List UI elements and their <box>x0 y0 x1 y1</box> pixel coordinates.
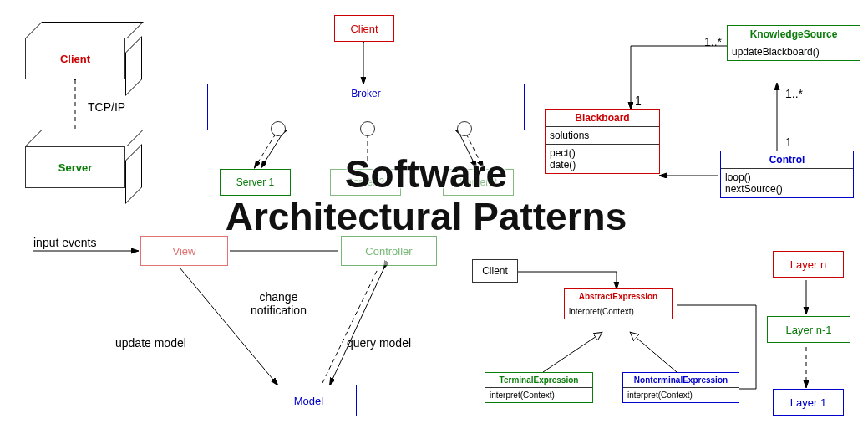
server-cube-top <box>25 130 144 146</box>
nonterminal-expression-method: interpret(Context) <box>623 387 739 402</box>
mult-1d: 1 <box>785 135 792 149</box>
client-box: Client <box>25 38 125 79</box>
main-title: Software Architectural Patterns <box>159 153 693 237</box>
terminal-expression-title: TerminalExpression <box>485 373 592 387</box>
model-label: Model <box>294 395 323 407</box>
blackboard-attr: solutions <box>546 126 659 144</box>
mult-1b: 1 <box>635 94 642 107</box>
client-cube-top <box>25 22 144 38</box>
client-cube-side <box>125 36 142 96</box>
layer-n1-box: Layer n-1 <box>767 316 850 343</box>
server-label: Server <box>58 161 92 174</box>
broker-port-3 <box>457 121 472 136</box>
control-box: Control loop() nextSource() <box>720 151 854 198</box>
svg-line-10 <box>330 268 384 385</box>
view-box: View <box>140 236 228 266</box>
nonterminal-expression-box: NonterminalExpression interpret(Context) <box>622 372 739 403</box>
server-box: Server <box>25 146 125 188</box>
interpreter-client-label: Client <box>482 265 508 277</box>
svg-line-11 <box>322 269 378 383</box>
layer-n-box: Layer n <box>773 251 844 278</box>
interpreter-client-box: Client <box>472 259 518 283</box>
client-label: Client <box>60 53 90 65</box>
server-cube-side <box>125 144 142 204</box>
layer-n1-label: Layer n-1 <box>786 324 832 336</box>
layer-n-label: Layer n <box>790 258 826 271</box>
mult-1a: 1..* <box>704 35 722 49</box>
control-methods: loop() nextSource() <box>721 168 853 197</box>
mult-1c: 1..* <box>785 87 803 100</box>
knowledge-source-title: KnowledgeSource <box>728 26 860 43</box>
abstract-expression-method: interpret(Context) <box>565 304 672 319</box>
change-notification-label: change notification <box>251 290 307 317</box>
layer-1-label: Layer 1 <box>790 396 826 409</box>
controller-label: Controller <box>365 245 412 258</box>
knowledge-source-box: KnowledgeSource updateBlackboard() <box>727 25 860 61</box>
model-box: Model <box>261 385 357 416</box>
broker-port-1 <box>271 121 286 136</box>
broker-label: Broker <box>351 88 380 100</box>
controller-box: Controller <box>341 236 437 266</box>
update-model-label: update model <box>115 336 186 350</box>
terminal-expression-method: interpret(Context) <box>485 387 592 402</box>
broker-port-2 <box>360 121 375 136</box>
abstract-expression-title: AbstractExpression <box>565 289 672 304</box>
query-model-label: query model <box>347 336 411 350</box>
tcpip-label: TCP/IP <box>88 100 125 114</box>
abstract-expression-box: AbstractExpression interpret(Context) <box>564 288 673 319</box>
control-title: Control <box>721 151 853 168</box>
blackboard-title: Blackboard <box>546 110 659 126</box>
knowledge-source-method: updateBlackboard() <box>728 43 860 60</box>
terminal-expression-box: TerminalExpression interpret(Context) <box>485 372 593 403</box>
broker-client-box: Client <box>334 15 394 42</box>
svg-line-15 <box>631 333 677 372</box>
nonterminal-expression-title: NonterminalExpression <box>623 373 739 387</box>
broker-client-label: Client <box>350 23 378 35</box>
diagram-stage: Client Server TCP/IP Client Broker Serve… <box>0 0 868 434</box>
input-events-label: input events <box>33 236 97 249</box>
view-label: View <box>173 245 196 258</box>
layer-1-box: Layer 1 <box>773 389 844 416</box>
broker-box: Broker <box>207 84 525 130</box>
svg-line-14 <box>543 333 602 372</box>
svg-line-9 <box>180 268 277 385</box>
